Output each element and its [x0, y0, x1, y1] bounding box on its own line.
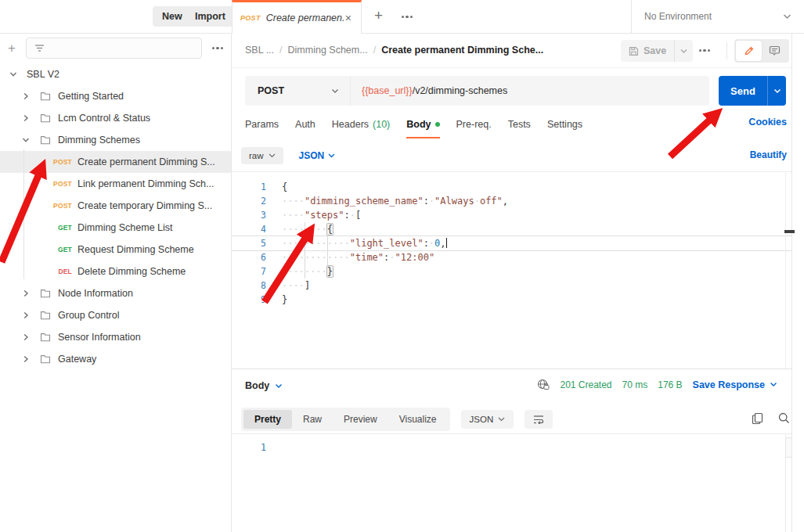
- breadcrumb-separator: /: [373, 45, 376, 56]
- import-button[interactable]: Import: [186, 6, 235, 27]
- sidebar-item-gateway[interactable]: Gateway: [0, 348, 231, 370]
- sidebar-item-lcm-control-status[interactable]: Lcm Control & Status: [0, 107, 231, 129]
- folder-chevron-icon[interactable]: [22, 92, 30, 100]
- folder-icon: [40, 354, 51, 364]
- sidebar-item-request-dimming-scheme[interactable]: GETRequest Dimming Scheme: [0, 239, 231, 261]
- folder-chevron-icon[interactable]: [22, 114, 30, 122]
- green-dot-icon: [435, 122, 440, 127]
- edit-pencil-button[interactable]: [736, 41, 762, 61]
- request-body-editor[interactable]: 1{2····"dimming_scheme_name":·"Always·of…: [232, 171, 791, 369]
- sidebar-item-group-control[interactable]: Group Control: [0, 304, 231, 326]
- folder-icon: [40, 113, 51, 123]
- response-size[interactable]: 176 B: [658, 379, 682, 390]
- language-selector[interactable]: JSON: [299, 150, 336, 161]
- tab-headers[interactable]: Headers(10): [332, 112, 390, 138]
- response-tab-pretty[interactable]: Pretty: [243, 410, 292, 429]
- sidebar-item-link-permanent-dimming-sch[interactable]: POSTLink permanent Dimming Sch...: [0, 173, 231, 195]
- folder-name: Sensor Information: [58, 332, 141, 343]
- sidebar-item-sensor-information[interactable]: Sensor Information: [0, 326, 231, 348]
- save-options-chevron-icon[interactable]: [674, 40, 693, 62]
- request-name: Create permanent Dimming S...: [78, 156, 215, 167]
- line-number: 5: [232, 236, 266, 250]
- response-tab-preview[interactable]: Preview: [333, 410, 388, 429]
- send-button[interactable]: Send: [719, 76, 786, 106]
- sidebar-item-sbl-v2[interactable]: SBL V2: [0, 63, 231, 85]
- save-button[interactable]: Save: [621, 40, 693, 62]
- editor-line[interactable]: 4········{: [232, 222, 791, 236]
- response-body-viewer[interactable]: 1: [232, 433, 791, 532]
- editor-line[interactable]: 6············"time":·"12:00": [232, 250, 791, 264]
- add-tab-icon[interactable]: +: [374, 7, 383, 24]
- tab-options-icon[interactable]: [402, 16, 413, 18]
- environment-selector[interactable]: No Environment: [631, 0, 804, 33]
- save-response-button[interactable]: Save Response: [693, 379, 777, 390]
- sidebar-filter-input[interactable]: [26, 38, 202, 59]
- request-tab[interactable]: POST Create permanen... ×: [232, 0, 362, 34]
- folder-icon: [40, 135, 51, 145]
- copy-response-button[interactable]: [752, 412, 763, 425]
- folder-chevron-icon[interactable]: [22, 355, 30, 363]
- breadcrumb-row: SBL .../Dimming Schem.../Create permanen…: [232, 34, 791, 68]
- editor-line[interactable]: 7········}: [232, 264, 791, 279]
- tab-tests[interactable]: Tests: [508, 112, 531, 138]
- response-language-selector[interactable]: JSON: [461, 410, 514, 429]
- status-badge[interactable]: 201 Created: [560, 379, 611, 390]
- send-options-chevron-icon[interactable]: [767, 76, 786, 106]
- sidebar-item-node-information[interactable]: Node Information: [0, 282, 231, 304]
- save-label: Save: [644, 45, 666, 56]
- tab-auth[interactable]: Auth: [295, 112, 315, 138]
- response-tab-visualize[interactable]: Visualize: [388, 410, 448, 429]
- folder-chevron-icon[interactable]: [22, 311, 30, 319]
- comments-button[interactable]: [762, 41, 788, 61]
- search-response-button[interactable]: [778, 412, 790, 424]
- tab-body[interactable]: Body: [406, 112, 439, 138]
- close-tab-icon[interactable]: ×: [344, 11, 353, 25]
- tab-params[interactable]: Params: [245, 112, 279, 138]
- sidebar-item-getting-started[interactable]: Getting Started: [0, 85, 231, 107]
- breadcrumb-item[interactable]: Create permanent Dimming Sche...: [381, 45, 543, 56]
- editor-scroll-track[interactable]: [785, 172, 786, 368]
- breadcrumb-item[interactable]: SBL ...: [245, 45, 274, 56]
- sidebar-item-dimming-schemes[interactable]: Dimming Schemes: [0, 129, 231, 151]
- request-method-label: POST: [44, 158, 72, 166]
- code-text: ········}: [266, 264, 333, 279]
- body-type-row: raw JSON: [241, 143, 335, 168]
- sidebar-item-dimming-scheme-list[interactable]: GETDimming Scheme List: [0, 217, 231, 239]
- wrap-text-button[interactable]: [525, 410, 553, 429]
- editor-line[interactable]: 8····]: [232, 279, 791, 293]
- sidebar-item-create-temporary-dimming-s[interactable]: POSTCreate temporary Dimming S...: [0, 195, 231, 217]
- collection-name: SBL V2: [27, 69, 59, 80]
- editor-line[interactable]: 9}: [232, 293, 791, 307]
- url-bar: POST {{base_url}}/v2/dimming-schemes: [245, 76, 709, 106]
- request-method-label: POST: [44, 180, 72, 188]
- response-tab-raw[interactable]: Raw: [292, 410, 333, 429]
- response-scroll-thumb[interactable]: [785, 437, 792, 458]
- code-text: {: [266, 180, 287, 194]
- folder-chevron-icon[interactable]: [22, 289, 30, 297]
- folder-chevron-icon[interactable]: [22, 136, 30, 144]
- body-type-selector[interactable]: raw: [241, 147, 283, 164]
- breadcrumb-item[interactable]: Dimming Schem...: [288, 45, 368, 56]
- collection-chevron-icon[interactable]: [9, 70, 17, 78]
- editor-line[interactable]: 3····"steps":·[: [232, 208, 791, 222]
- method-selector[interactable]: POST: [245, 76, 351, 106]
- sidebar-add-icon[interactable]: +: [8, 41, 16, 56]
- sidebar-item-create-permanent-dimming-s[interactable]: POSTCreate permanent Dimming S...: [0, 151, 231, 173]
- response-time[interactable]: 70 ms: [622, 379, 648, 390]
- code-text: ····"dimming_scheme_name":·"Always·off",: [266, 194, 508, 208]
- url-input[interactable]: {{base_url}}/v2/dimming-schemes: [351, 85, 709, 96]
- editor-line[interactable]: 5············"light_level":·0,: [232, 236, 791, 250]
- beautify-link[interactable]: Beautify: [750, 149, 787, 160]
- indent-guide: [305, 222, 305, 279]
- sidebar-options-icon[interactable]: [212, 47, 223, 49]
- editor-line[interactable]: 1{: [232, 180, 791, 194]
- cookies-link[interactable]: Cookies: [748, 117, 787, 128]
- sidebar-item-delete-dimming-scheme[interactable]: DELDelete Dimming Scheme: [0, 261, 231, 282]
- chevron-right-icon: [22, 311, 30, 319]
- request-options-icon[interactable]: [699, 49, 710, 52]
- folder-chevron-icon[interactable]: [22, 333, 30, 341]
- editor-line[interactable]: 2····"dimming_scheme_name":·"Always·off"…: [232, 194, 791, 208]
- tab-pre-req-[interactable]: Pre-req.: [456, 112, 492, 138]
- tab-settings[interactable]: Settings: [547, 112, 582, 138]
- response-body-selector[interactable]: Body: [245, 380, 283, 391]
